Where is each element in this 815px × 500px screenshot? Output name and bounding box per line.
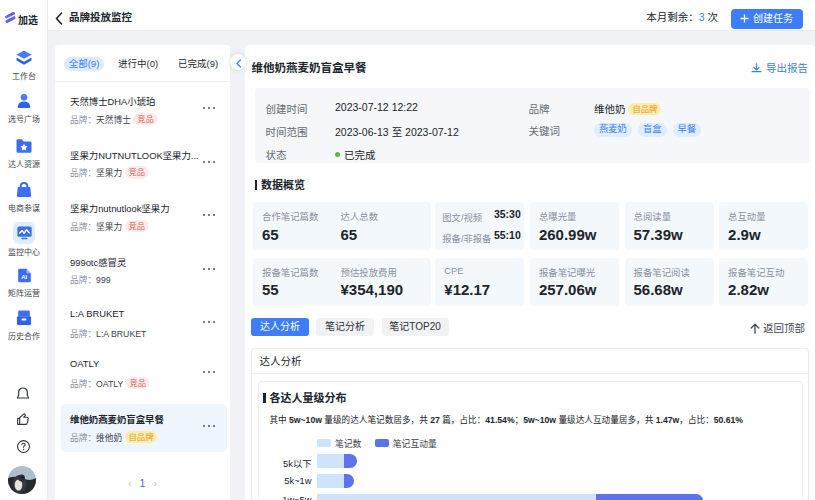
svg-text:AI: AI xyxy=(21,274,27,280)
